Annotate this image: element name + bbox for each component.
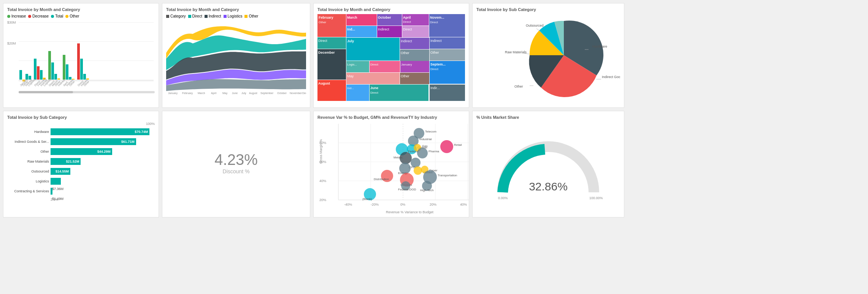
svg-text:February: February bbox=[182, 92, 193, 95]
card7-title: Revenue Var % to Budget, GM% and Revenue… bbox=[317, 115, 465, 120]
hbar-row-contracting: Contracting & Services $1.49M bbox=[7, 188, 155, 195]
hbar-label-outsourced: Outsourced bbox=[7, 169, 49, 173]
svg-text:Pharma: Pharma bbox=[428, 150, 440, 153]
card-hbar-chart: Total Invoice by Sub Category 100% Hardw… bbox=[3, 111, 159, 217]
hbar-label-logistics: Logistics bbox=[7, 179, 49, 183]
svg-text:Direct: Direct bbox=[370, 63, 379, 66]
pie-chart-area: Hardware Indirect Goods & Services Other… bbox=[476, 14, 620, 98]
svg-text:February: February bbox=[319, 16, 333, 19]
svg-text:Novem...: Novem... bbox=[430, 16, 444, 19]
svg-rect-9 bbox=[37, 66, 40, 80]
svg-text:Distribution: Distribution bbox=[374, 177, 389, 181]
svg-text:January: January bbox=[401, 63, 412, 66]
hbar-label-raw: Raw Materials bbox=[7, 160, 49, 163]
hbar-label-indirect: Indirect Goods & Ser... bbox=[7, 140, 49, 144]
svg-text:Indir...: Indir... bbox=[430, 86, 440, 90]
svg-rect-4 bbox=[19, 70, 22, 80]
hbar-bar-contracting: $1.49M bbox=[51, 188, 155, 195]
card-bar-chart: Total Invoice by Month and Category Incr… bbox=[3, 3, 159, 108]
svg-point-151 bbox=[417, 148, 428, 158]
y-label-20m: $20M bbox=[7, 42, 16, 45]
scrollbar1[interactable] bbox=[19, 91, 155, 93]
bar-chart-svg: January Other Indirect Logistics Direct … bbox=[7, 21, 154, 95]
svg-rect-22 bbox=[83, 74, 86, 80]
svg-rect-106 bbox=[370, 85, 428, 101]
card-stream-chart: Total Invoice by Month and Category Cate… bbox=[162, 3, 310, 108]
card-scatter: Revenue Var % to Budget, GM% and Revenue… bbox=[313, 111, 469, 217]
card-treemap: Total Invoice by Month and Category Febr… bbox=[313, 3, 469, 108]
svg-rect-20 bbox=[77, 43, 80, 80]
svg-text:June: June bbox=[370, 86, 378, 90]
svg-text:May: May bbox=[222, 92, 228, 95]
stream-svg: January February March April May June Ju… bbox=[166, 21, 306, 95]
hbar-label-hardware: Hardware bbox=[7, 130, 49, 134]
legend-other2: Other bbox=[244, 14, 258, 18]
scale-label: 100% bbox=[146, 122, 155, 126]
gauge-svg: 0.00% 100.00% 32.86% bbox=[491, 135, 605, 204]
svg-point-159 bbox=[414, 166, 422, 175]
hbar-row-indirect: Indirect Goods & Ser... $61.71M bbox=[7, 138, 155, 145]
legend-total: Total bbox=[51, 14, 63, 18]
svg-text:Gas: Gas bbox=[422, 144, 428, 148]
svg-rect-14 bbox=[54, 74, 57, 80]
svg-text:Direct: Direct bbox=[318, 39, 327, 43]
dashboard: Total Invoice by Month and Category Incr… bbox=[3, 3, 865, 217]
svg-text:Indirect Goods & Services: Indirect Goods & Services bbox=[602, 75, 620, 79]
svg-text:0%: 0% bbox=[400, 203, 405, 206]
svg-text:100.00%: 100.00% bbox=[589, 196, 603, 200]
svg-text:May: May bbox=[347, 74, 354, 78]
svg-rect-79 bbox=[346, 38, 400, 61]
svg-rect-8 bbox=[34, 59, 36, 80]
svg-text:Retail: Retail bbox=[454, 143, 462, 147]
hbar-label-other: Other bbox=[7, 150, 49, 153]
card5-title: Total Invoice by Sub Category bbox=[7, 115, 155, 120]
svg-text:Metals: Metals bbox=[394, 156, 403, 159]
hbar-bar-indirect: $61.71M bbox=[51, 138, 155, 145]
svg-text:High Tech: High Tech bbox=[420, 189, 433, 192]
svg-text:December: December bbox=[302, 92, 306, 94]
legend-increase: Increase bbox=[7, 14, 26, 18]
hbar-chart-area: Hardware $70.74M Indirect Goods & Ser...… bbox=[7, 126, 155, 210]
y-label-30m: $30M bbox=[7, 21, 16, 24]
svg-text:(Blank): (Blank) bbox=[362, 197, 372, 201]
svg-text:Indirect: Indirect bbox=[401, 39, 412, 43]
svg-text:August: August bbox=[249, 92, 257, 95]
svg-text:Other: Other bbox=[401, 74, 409, 78]
svg-text:Other: Other bbox=[514, 85, 523, 88]
legend-other: Other bbox=[65, 14, 79, 18]
scatter-svg: 80% 60% 40% 20% -40% -20% 0% 20% 40% Gro… bbox=[317, 122, 469, 215]
card2-title: Total Invoice by Month and Category bbox=[166, 7, 306, 12]
legend-category: Category bbox=[166, 14, 186, 18]
kpi-label: Discount % bbox=[223, 168, 250, 174]
treemap-area: February Other March October April Direc… bbox=[317, 14, 465, 102]
svg-text:32.86%: 32.86% bbox=[529, 180, 568, 193]
hbar-row-hardware: Hardware $70.74M bbox=[7, 128, 155, 135]
svg-text:Ind...: Ind... bbox=[347, 27, 355, 31]
svg-text:20%: 20% bbox=[430, 203, 436, 206]
svg-rect-10 bbox=[40, 70, 43, 80]
svg-text:Indirect: Indirect bbox=[378, 27, 389, 31]
card8-title: % Units Market Share bbox=[476, 115, 620, 120]
svg-rect-16 bbox=[63, 55, 65, 80]
legend-direct: Direct bbox=[188, 14, 202, 18]
svg-text:April: April bbox=[403, 16, 411, 19]
svg-text:Ind...: Ind... bbox=[347, 86, 354, 90]
hbar-bar-hardware: $70.74M bbox=[51, 128, 155, 135]
svg-text:Direct: Direct bbox=[403, 27, 412, 31]
card1-title: Total Invoice by Month and Category bbox=[7, 7, 155, 12]
svg-text:0.00%: 0.00% bbox=[498, 196, 508, 200]
treemap-svg: February Other March October April Direc… bbox=[317, 14, 465, 101]
svg-text:November: November bbox=[290, 92, 302, 94]
card3-title: Total Invoice by Month and Category bbox=[317, 7, 465, 12]
svg-rect-12 bbox=[48, 51, 51, 80]
kpi-area: 4.23% Discount % bbox=[166, 115, 306, 210]
svg-text:Hardware: Hardware bbox=[592, 45, 607, 48]
svg-text:Direct: Direct bbox=[370, 91, 379, 94]
svg-text:January: January bbox=[168, 92, 178, 95]
svg-rect-21 bbox=[80, 59, 83, 80]
svg-text:July: July bbox=[347, 39, 354, 43]
svg-rect-17 bbox=[66, 64, 68, 80]
kpi-value: 4.23% bbox=[214, 151, 257, 168]
svg-text:October: October bbox=[378, 16, 391, 19]
card-gauge: % Units Market Share 0.00% 100.00% 32.86… bbox=[472, 111, 624, 217]
